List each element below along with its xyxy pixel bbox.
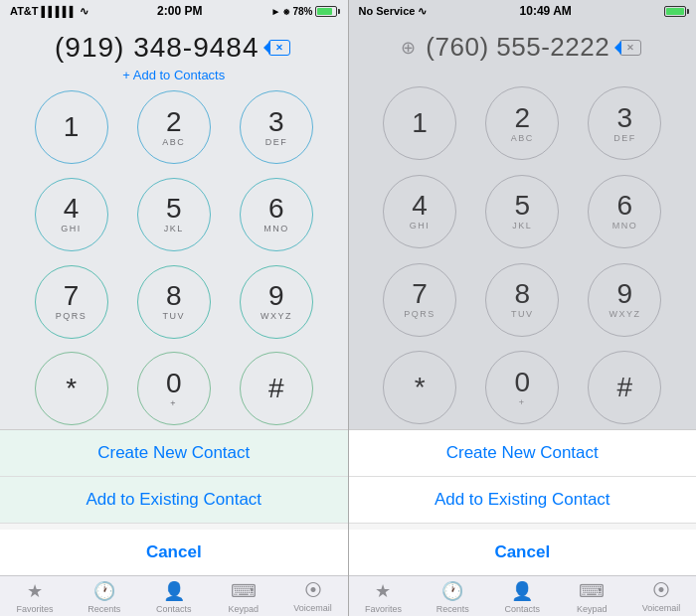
carrier-left: AT&T [10,5,39,17]
tab-recents-right[interactable]: 🕐 Recents [418,580,487,614]
cancel-button-left[interactable]: Cancel [0,530,348,575]
right-phone-screen: No Service ∿ 10:49 AM ⊕ (760) 555-2222 ✕… [349,0,697,616]
keypad-left: 1 2 ABC 3 DEF 4 GHI 5 JKL 6 MNO [10,90,338,429]
signal-icon-left: ▌▌▌▌▌ [42,6,77,17]
keypad-icon-left: ⌨ [231,580,257,602]
key-0-right[interactable]: 0 + [485,351,559,424]
key-star-left[interactable]: * [35,352,108,425]
key-1-left[interactable]: 1 [35,90,108,164]
status-left-right: No Service ∿ [359,5,428,18]
key-3-left[interactable]: 3 DEF [240,90,313,164]
key-7-right[interactable]: 7 PQRS [383,263,456,337]
keypad-right: 1 2 ABC 3 DEF 4 GHI 5 JKL 6 MNO [359,67,687,429]
phone-number-row-right: ⊕ (760) 555-2222 ✕ [359,22,687,67]
create-contact-button-right[interactable]: Create New Contact [349,430,697,477]
dialer-left: (919) 348-9484 ✕ + Add to Contacts 1 2 A… [0,22,348,429]
tab-favorites-label-right: Favorites [365,604,402,614]
phone-number-right: (760) 555-2222 [426,32,609,63]
tab-recents-left[interactable]: 🕐 Recents [70,580,139,614]
clock-icon-left: 🕐 [93,580,115,602]
key-4-left[interactable]: 4 GHI [35,178,108,251]
time-left: 2:00 PM [157,4,202,18]
tab-contacts-right[interactable]: 👤 Contacts [487,580,557,614]
battery-icon-left [315,6,337,17]
time-right: 10:49 AM [520,4,572,18]
status-right-right [664,6,686,17]
cancel-button-right[interactable]: Cancel [349,530,697,575]
delete-x-right: ✕ [626,43,634,53]
action-sheet-left: Create New Contact Add to Existing Conta… [0,429,348,575]
voicemail-icon-right: ⦿ [652,580,670,601]
tab-voicemail-right[interactable]: ⦿ Voicemail [626,580,696,614]
key-7-left[interactable]: 7 PQRS [35,265,108,339]
star-icon-left: ★ [27,580,43,602]
location-icon-left: ► [271,6,281,17]
key-6-left[interactable]: 6 MNO [240,178,313,251]
voicemail-icon-left: ⦿ [304,580,322,601]
star-icon-right: ★ [375,580,391,602]
key-star-right[interactable]: * [383,351,456,424]
delete-icon-right: ✕ [619,40,641,56]
add-existing-button-right[interactable]: Add to Existing Contact [349,477,697,524]
delete-button-right[interactable]: ✕ [617,38,643,58]
tab-voicemail-label-right: Voicemail [642,603,681,613]
wifi-icon-left: ∿ [80,5,88,18]
delete-button-left[interactable]: ✕ [266,38,292,58]
tab-favorites-right[interactable]: ★ Favorites [349,580,419,614]
battery-left: 78% [292,6,312,17]
key-9-right[interactable]: 9 WXYZ [588,263,661,337]
status-bar-right: No Service ∿ 10:49 AM [349,0,697,22]
status-left: AT&T ▌▌▌▌▌ ∿ [10,5,88,18]
key-hash-right[interactable]: # [588,351,661,424]
key-1-right[interactable]: 1 [383,86,456,160]
key-6-right[interactable]: 6 MNO [588,175,661,248]
action-sheet-right: Create New Contact Add to Existing Conta… [349,429,697,575]
key-3-right[interactable]: 3 DEF [588,86,661,160]
key-hash-left[interactable]: # [240,352,313,425]
add-to-contacts-left[interactable]: + Add to Contacts [10,68,338,90]
dialer-right: ⊕ (760) 555-2222 ✕ 1 2 ABC 3 DEF 4 [349,22,697,429]
tab-contacts-label-left: Contacts [156,604,192,614]
tab-voicemail-label-left: Voicemail [293,603,332,613]
status-bar-left: AT&T ▌▌▌▌▌ ∿ 2:00 PM ► ⎈ 78% [0,0,348,22]
person-icon-right: 👤 [511,580,533,602]
tab-bar-left: ★ Favorites 🕐 Recents 👤 Contacts ⌨ Keypa… [0,575,348,616]
tab-favorites-left[interactable]: ★ Favorites [0,580,70,614]
key-4-right[interactable]: 4 GHI [383,175,456,248]
create-contact-button-left[interactable]: Create New Contact [0,430,348,477]
tab-contacts-left[interactable]: 👤 Contacts [139,580,209,614]
bluetooth-icon-left: ⎈ [283,6,289,17]
left-phone-screen: AT&T ▌▌▌▌▌ ∿ 2:00 PM ► ⎈ 78% (919) 348-9… [0,0,348,616]
key-8-right[interactable]: 8 TUV [485,263,559,337]
key-0-left[interactable]: 0 + [137,352,211,425]
key-5-right[interactable]: 5 JKL [485,175,559,248]
tab-contacts-label-right: Contacts [505,604,541,614]
key-5-left[interactable]: 5 JKL [137,178,211,251]
tab-bar-right: ★ Favorites 🕐 Recents 👤 Contacts ⌨ Keypa… [349,575,697,616]
key-2-right[interactable]: 2 ABC [485,86,559,160]
key-2-left[interactable]: 2 ABC [137,90,211,164]
clock-icon-right: 🕐 [441,580,463,602]
battery-icon-right [664,6,686,17]
add-existing-button-left[interactable]: Add to Existing Contact [0,477,348,524]
tab-keypad-left[interactable]: ⌨ Keypad [209,580,278,614]
tab-voicemail-left[interactable]: ⦿ Voicemail [278,580,348,614]
tab-keypad-label-left: Keypad [228,604,259,614]
key-8-left[interactable]: 8 TUV [137,265,211,339]
tab-recents-label-left: Recents [87,604,120,614]
person-icon-left: 👤 [163,580,185,602]
status-right-left: ► ⎈ 78% [271,6,338,17]
tab-keypad-label-right: Keypad [577,604,608,614]
phone-number-left: (919) 348-9484 [55,32,259,64]
plus-prefix-right: ⊕ [401,37,416,59]
delete-x-left: ✕ [275,43,283,53]
carrier-right: No Service [359,5,416,17]
delete-icon-left: ✕ [268,40,290,56]
tab-keypad-right[interactable]: ⌨ Keypad [557,580,626,614]
wifi-icon-right: ∿ [418,5,427,18]
tab-recents-label-right: Recents [436,604,469,614]
phone-number-row-left: (919) 348-9484 ✕ [10,22,338,68]
tab-favorites-label-left: Favorites [16,604,53,614]
keypad-icon-right: ⌨ [579,580,605,602]
key-9-left[interactable]: 9 WXYZ [240,265,313,339]
